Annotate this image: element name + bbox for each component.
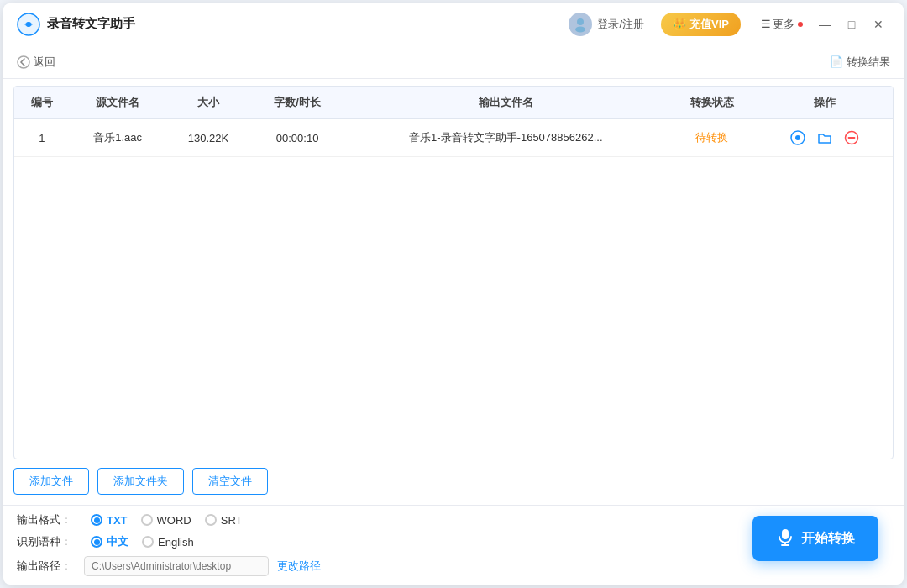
lang-chinese[interactable]: 中文 bbox=[91, 534, 128, 549]
radio-srt-circle bbox=[205, 514, 217, 526]
svg-point-1 bbox=[26, 22, 31, 27]
minimize-button[interactable]: — bbox=[813, 13, 836, 36]
svg-point-4 bbox=[18, 56, 29, 68]
login-label: 登录/注册 bbox=[597, 17, 644, 32]
change-path-button[interactable]: 更改路径 bbox=[277, 559, 321, 574]
table-header-row: 编号 源文件名 大小 字数/时长 输出文件名 转换状态 操作 bbox=[14, 87, 893, 119]
table-wrap: 编号 源文件名 大小 字数/时长 输出文件名 转换状态 操作 1 音乐1.aac bbox=[3, 86, 904, 505]
app-title: 录音转文字助手 bbox=[47, 16, 135, 32]
format-word-label: WORD bbox=[157, 514, 191, 527]
vip-button[interactable]: 👑 充值VIP bbox=[661, 13, 741, 36]
title-bar-left: 录音转文字助手 bbox=[17, 13, 562, 36]
format-radio-group: TXT WORD SRT bbox=[91, 514, 243, 527]
cell-output-name: 音乐1-录音转文字助手-165078856262... bbox=[344, 119, 668, 157]
table-container: 编号 源文件名 大小 字数/时长 输出文件名 转换状态 操作 1 音乐1.aac bbox=[13, 86, 894, 459]
menu-icon: ☰ bbox=[761, 18, 771, 30]
lang-zh-label: 中文 bbox=[107, 534, 128, 549]
more-button[interactable]: ☰ 更多 bbox=[754, 13, 810, 35]
clear-files-button[interactable]: 清空文件 bbox=[192, 468, 268, 495]
svg-point-6 bbox=[795, 135, 800, 140]
sub-header: 返回 📄 转换结果 bbox=[3, 45, 904, 79]
cell-source-name: 音乐1.aac bbox=[70, 119, 166, 157]
radio-en-circle bbox=[142, 536, 154, 548]
title-bar-center: 登录/注册 👑 充值VIP bbox=[562, 9, 741, 39]
language-label: 识别语种： bbox=[17, 534, 76, 549]
format-srt-label: SRT bbox=[221, 514, 243, 527]
close-button[interactable]: ✕ bbox=[867, 13, 890, 36]
col-source: 源文件名 bbox=[70, 87, 166, 119]
table-row: 1 音乐1.aac 130.22K 00:00:10 音乐1-录音转文字助手-1… bbox=[14, 119, 893, 157]
start-btn-label: 开始转换 bbox=[801, 530, 855, 548]
col-action: 操作 bbox=[757, 87, 893, 119]
start-convert-button[interactable]: 开始转换 bbox=[752, 516, 878, 561]
delete-button[interactable] bbox=[841, 128, 862, 148]
cell-size: 130.22K bbox=[166, 119, 251, 157]
col-id: 编号 bbox=[14, 87, 70, 119]
lang-english[interactable]: English bbox=[142, 536, 194, 549]
svg-point-2 bbox=[577, 18, 584, 25]
radio-word-circle bbox=[141, 514, 153, 526]
format-label: 输出格式： bbox=[17, 512, 76, 528]
format-word[interactable]: WORD bbox=[141, 514, 191, 527]
format-txt-label: TXT bbox=[107, 514, 128, 527]
title-bar-right: ☰ 更多 — □ ✕ bbox=[754, 13, 890, 36]
format-txt[interactable]: TXT bbox=[91, 514, 128, 527]
svg-point-3 bbox=[575, 26, 585, 32]
app-logo-icon bbox=[17, 13, 40, 36]
user-avatar bbox=[569, 13, 592, 36]
path-input[interactable] bbox=[84, 556, 269, 576]
file-buttons: 添加文件 添加文件夹 清空文件 bbox=[13, 468, 894, 495]
crown-icon: 👑 bbox=[673, 18, 686, 30]
login-button[interactable]: 登录/注册 bbox=[562, 9, 651, 39]
path-label: 输出路径： bbox=[17, 559, 76, 574]
content-body: 编号 源文件名 大小 字数/时长 输出文件名 转换状态 操作 1 音乐1.aac bbox=[3, 79, 904, 585]
format-srt[interactable]: SRT bbox=[205, 514, 243, 527]
title-bar: 录音转文字助手 登录/注册 👑 充值VIP ☰ 更多 bbox=[3, 3, 904, 45]
add-folder-button[interactable]: 添加文件夹 bbox=[97, 468, 184, 495]
start-button-area: 开始转换 bbox=[752, 516, 878, 561]
status-badge: 待转换 bbox=[695, 131, 728, 144]
radio-txt-inner bbox=[94, 517, 100, 523]
col-size: 大小 bbox=[166, 87, 251, 119]
col-status: 转换状态 bbox=[668, 87, 757, 119]
open-folder-button[interactable] bbox=[815, 128, 835, 148]
maximize-button[interactable]: □ bbox=[840, 13, 863, 36]
document-icon: 📄 bbox=[830, 55, 843, 68]
language-radio-group: 中文 English bbox=[91, 534, 194, 549]
radio-zh-inner bbox=[94, 539, 100, 545]
notification-dot bbox=[798, 22, 803, 27]
cell-id: 1 bbox=[14, 119, 70, 157]
radio-zh-circle bbox=[91, 536, 102, 548]
back-button[interactable]: 返回 bbox=[17, 55, 55, 70]
add-file-button[interactable]: 添加文件 bbox=[13, 468, 89, 495]
col-duration: 字数/时长 bbox=[250, 87, 344, 119]
preview-button[interactable] bbox=[788, 128, 808, 148]
results-button[interactable]: 📄 转换结果 bbox=[830, 55, 890, 70]
microphone-icon bbox=[776, 528, 794, 549]
cell-duration: 00:00:10 bbox=[250, 119, 344, 157]
cell-status: 待转换 bbox=[668, 119, 757, 157]
lang-en-label: English bbox=[158, 536, 194, 549]
back-arrow-icon bbox=[17, 55, 30, 69]
svg-rect-9 bbox=[782, 529, 789, 539]
col-output: 输出文件名 bbox=[344, 87, 668, 119]
cell-actions bbox=[757, 119, 893, 157]
file-table: 编号 源文件名 大小 字数/时长 输出文件名 转换状态 操作 1 音乐1.aac bbox=[14, 87, 893, 157]
radio-txt-circle bbox=[91, 514, 102, 526]
